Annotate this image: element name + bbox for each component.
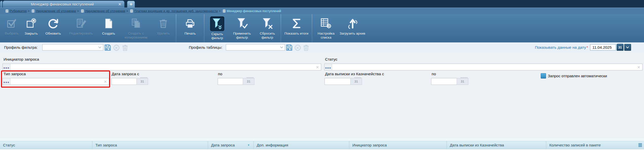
delete-button: Удалить [151, 14, 175, 42]
column-header-initiator[interactable]: Инициатор запроса [349, 141, 447, 149]
breadcrumb-page-icon [81, 9, 84, 13]
column-header-status[interactable]: Статус [0, 141, 92, 149]
close-button[interactable]: Закрыть [21, 14, 41, 42]
toolbar-button-label: Закрыть [25, 32, 38, 36]
request-date-to-label: по [218, 72, 222, 76]
chevron-down-icon [280, 46, 285, 48]
initiator-clear-icon[interactable]: × [314, 65, 321, 70]
toolbar-button-label: Печать [185, 32, 196, 36]
initiator-input[interactable] [10, 64, 314, 70]
request-type-clear-icon[interactable]: × [102, 79, 109, 84]
column-header-label: Тип запроса [95, 143, 117, 147]
table-top-strip [0, 138, 644, 141]
reset-filter-button[interactable]: Сбросить фильтр [255, 14, 280, 42]
list-settings-button[interactable]: Настройка списка [313, 14, 339, 42]
request-type-label: Тип запроса [4, 72, 26, 76]
delete-icon [157, 16, 169, 31]
show-totals-button[interactable]: Показать итоги [282, 14, 311, 42]
status-lookup-button[interactable]: ■■■ [325, 64, 332, 70]
show-data-date-input[interactable] [590, 44, 616, 51]
show-data-date-group: Показывать данные на дату * 31 [535, 44, 631, 51]
column-header-request-type[interactable]: Тип запроса [92, 141, 208, 149]
ellipsis-icon: ■■■ [3, 66, 9, 69]
restore-filter-profile-icon [113, 44, 120, 51]
breadcrumb-page-icon [130, 9, 133, 13]
treasury-date-to-input[interactable] [431, 78, 457, 85]
breadcrumb-item: Менеджер финансовых поступлений [227, 9, 281, 13]
table-profile-select[interactable] [226, 44, 285, 51]
tab-finance-manager[interactable]: Менеджер финансовых поступлений ✕ [3, 1, 125, 8]
toolbar-button-label: Создать [102, 32, 115, 36]
request-date-from-label: Дата запроса с [112, 72, 139, 76]
sort-desc-icon[interactable]: ▼ [247, 144, 250, 146]
tab-close-icon[interactable]: ✕ [115, 2, 124, 7]
status-clear-icon[interactable]: × [635, 65, 642, 70]
close-window-icon [25, 16, 37, 31]
toolbar-button-label: Выбрать [5, 32, 18, 36]
status-input[interactable] [332, 64, 635, 70]
create-button[interactable]: Создать [97, 14, 120, 42]
column-header-records-in-package[interactable]: Количество записей в пакете [546, 141, 636, 149]
request-date-to-input[interactable] [218, 78, 243, 85]
save-table-profile-icon[interactable] [286, 44, 293, 51]
breadcrumb-page-icon [223, 9, 226, 13]
breadcrumb-item[interactable]: Уведомление об уточнении [85, 9, 125, 13]
breadcrumb-separator: > [219, 9, 220, 13]
date-dropdown-button[interactable] [624, 44, 631, 51]
refresh-button[interactable]: Обновить [41, 14, 65, 42]
filter-panel: Инициатор запроса ■■■ × Статус ■■■ × Тип… [0, 53, 644, 138]
show-data-date-link[interactable]: Показывать данные на дату [535, 45, 586, 50]
calendar-button[interactable]: 31 [617, 44, 623, 51]
print-button[interactable]: Печать [177, 14, 203, 42]
request-type-input[interactable] [10, 78, 102, 85]
ellipsis-icon: ■■■ [3, 81, 9, 84]
toolbar-button-label: Применить фильтр [229, 32, 255, 40]
treasury-date-from-input[interactable] [325, 78, 350, 85]
status-field: ■■■ × [324, 64, 642, 70]
hide-filter-button[interactable]: Скрыть фильтр [205, 14, 229, 42]
delete-table-profile-icon [303, 44, 309, 51]
load-archive-button[interactable]: Загрузить архив [339, 14, 366, 42]
filter-profile-select[interactable] [42, 44, 103, 51]
breadcrumb-item[interactable]: Рубрикатор [10, 9, 27, 13]
toolbar: ВыбратьЗакрытьОбновитьРедактироватьСозда… [0, 14, 644, 42]
auto-sent-checkbox[interactable] [541, 73, 546, 79]
hide-filter-icon [210, 16, 224, 31]
request-date-from-input[interactable] [111, 78, 136, 85]
toolbar-button-label: Удалить [157, 32, 170, 36]
toolbar-button-label: Настройка списка [313, 32, 339, 40]
toolbar-button-label: Редактировать [69, 32, 93, 36]
toolbar-button-label: Обновить [45, 32, 61, 36]
column-header-request-date[interactable]: Дата запроса▼ [208, 141, 254, 149]
ellipsis-icon: ■■■ [325, 66, 331, 69]
request-type-lookup-button[interactable]: ■■■ [3, 78, 10, 85]
column-header-extra-info[interactable]: Доп. информация [254, 141, 349, 149]
initiator-lookup-button[interactable]: ■■■ [3, 64, 10, 70]
breadcrumb-item[interactable]: Уведомление об уточнении [36, 9, 76, 13]
initiator-label: Инициатор запроса [4, 57, 39, 62]
new-tab-button[interactable]: + [127, 1, 135, 8]
column-header-label: Статус [3, 143, 15, 147]
breadcrumb-item[interactable]: Платежи входящие и др. погашения деб. за… [134, 9, 218, 13]
status-label: Статус [325, 57, 337, 62]
filter-profile-label: Профиль фильтра: [4, 45, 38, 49]
toolbar-separator [204, 14, 204, 42]
table-menu-icon[interactable] [636, 141, 644, 149]
calendar-31-glyph: 31 [618, 46, 622, 49]
breadcrumb-separator: > [28, 9, 30, 13]
chevron-down-icon [98, 46, 103, 48]
request-date-to-field: 31 [218, 78, 254, 85]
create-copy-button: Создать с копированием [120, 14, 151, 42]
column-header-label: Дата выписки из Казначейства [450, 143, 504, 147]
calendar-icon: 31 [136, 78, 148, 85]
save-filter-profile-icon[interactable] [104, 44, 111, 51]
edit-button: Редактировать [65, 14, 97, 42]
column-header-label: Инициатор запроса [352, 143, 387, 147]
toolbar-button-label: Загрузить архив [339, 32, 365, 36]
partial-tab[interactable] [0, 1, 2, 8]
calendar-icon: 31 [350, 78, 362, 85]
chevron-down-icon [626, 46, 629, 48]
column-header-treasury-statement-date[interactable]: Дата выписки из Казначейства [447, 141, 546, 149]
apply-filter-button[interactable]: Применить фильтр [229, 14, 255, 42]
totals-icon [291, 16, 302, 31]
